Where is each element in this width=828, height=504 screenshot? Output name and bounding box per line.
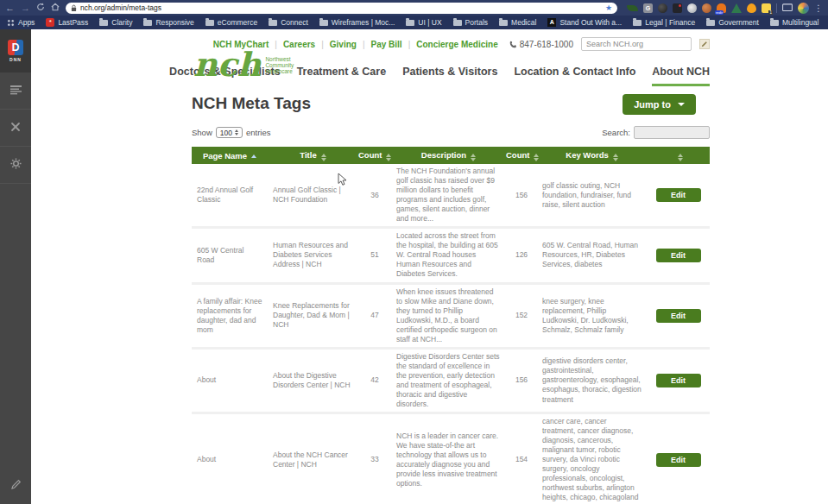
link-giving[interactable]: Giving	[315, 40, 357, 49]
cast-icon[interactable]	[782, 0, 793, 16]
reload-icon[interactable]	[36, 3, 45, 13]
folder-icon	[706, 20, 715, 26]
bookmark-folder-government[interactable]: Government	[706, 18, 759, 27]
bookmark-folder-ui-ux[interactable]: UI | UX	[406, 18, 441, 27]
column-header-actions[interactable]	[647, 147, 710, 164]
sort-icon	[534, 154, 539, 161]
nav-location-contact[interactable]: Location & Contact Info	[514, 66, 635, 86]
page-name-link[interactable]: A family affair: Knee replacements for d…	[192, 283, 268, 348]
nav-treatment-care[interactable]: Treatment & Care	[297, 66, 387, 86]
title-cell: About the NCH Cancer Center | NCH	[268, 413, 358, 504]
nav-patients-visitors[interactable]: Patients & Visitors	[402, 66, 497, 86]
dark-sphere-extension-icon[interactable]	[658, 3, 667, 13]
count-cell: 152	[506, 283, 537, 348]
description-cell: Located across the street from the hospi…	[391, 228, 506, 283]
sidebar-item-tools[interactable]	[0, 110, 31, 147]
page-name-link[interactable]: 605 W Central Road	[192, 228, 268, 283]
table-row: About About the Digestive Disorders Cent…	[192, 348, 710, 413]
edit-button[interactable]: Edit	[656, 309, 701, 323]
phone-number: 847-618-1000	[509, 40, 573, 49]
lastpass-icon: *	[46, 18, 54, 27]
title-row: NCH Meta Tags Jump to	[192, 94, 710, 115]
page-content: NCH MyChart Careers Giving Pay Bill Conc…	[31, 29, 828, 504]
sort-icon	[678, 154, 683, 161]
sort-icon	[613, 154, 618, 161]
table-row: A family affair: Knee replacements for d…	[192, 283, 710, 348]
sidebar-item-settings[interactable]	[0, 147, 31, 184]
title-cell: Human Resources and Diabetes Services Ad…	[268, 228, 358, 283]
count-cell: 36	[358, 164, 391, 228]
bookmark-folder-responsive[interactable]: Responsive	[143, 18, 193, 27]
description-cell: When knee issues threatened to slow Mike…	[391, 283, 506, 348]
jump-to-button[interactable]: Jump to	[623, 94, 696, 115]
back-icon[interactable]: ←	[5, 3, 15, 13]
table-row: About About the NCH Cancer Center | NCH …	[192, 413, 710, 504]
bookmark-folder-portals[interactable]: Portals	[453, 18, 488, 27]
bookmark-folder-multilingual[interactable]: Multilingual	[770, 18, 819, 27]
count-cell: 126	[506, 228, 537, 283]
page-name-link[interactable]: About	[192, 413, 268, 504]
browser-menu-icon[interactable]: ⋮	[814, 3, 823, 13]
toolbar-divider	[776, 3, 777, 13]
dnn-logo-button[interactable]: D DNN	[0, 29, 31, 72]
edit-button[interactable]: Edit	[656, 249, 701, 262]
notes-extension-icon[interactable]: 1	[762, 3, 771, 13]
page-size-select[interactable]: 100	[216, 127, 243, 138]
sidebar-item-content[interactable]	[0, 72, 31, 110]
bookmark-folder-ecommerce[interactable]: eCommerce	[205, 18, 257, 27]
table-controls: Show 100 entries Search:	[192, 126, 710, 139]
nch-logo[interactable]: nch Northwest Community Healthcare	[193, 52, 294, 78]
link-pay-bill[interactable]: Pay Bill	[357, 40, 402, 49]
egg-extension-icon[interactable]	[747, 3, 756, 13]
bookmark-folder-clarity[interactable]: Clarity	[99, 18, 132, 27]
g-extension-icon[interactable]: G	[643, 3, 653, 13]
folder-icon	[770, 20, 779, 26]
swirl-extension-icon[interactable]	[687, 3, 697, 13]
column-header-title[interactable]: Title	[268, 147, 358, 164]
tree-extension-icon[interactable]	[731, 3, 742, 13]
title-cell: About the Digestive Disorders Center | N…	[268, 348, 358, 413]
nav-about-nch[interactable]: About NCH	[652, 66, 710, 86]
bookmark-star-icon[interactable]: ★	[605, 3, 612, 12]
bookmark-apps[interactable]: Apps	[7, 18, 35, 27]
bookmark-folder-wireframes[interactable]: Wireframes | Moc...	[319, 18, 395, 27]
forward-icon[interactable]: →	[21, 3, 30, 13]
link-careers[interactable]: Careers	[269, 40, 315, 49]
recorder-extension-icon[interactable]	[673, 3, 682, 13]
link-concierge-medicine[interactable]: Concierge Medicine	[402, 40, 498, 49]
edit-mode-button[interactable]	[0, 478, 31, 494]
home-icon[interactable]	[51, 3, 60, 13]
column-header-description[interactable]: Description	[391, 147, 506, 164]
column-header-keywords[interactable]: Key Words	[537, 147, 647, 164]
description-cell: Digestive Disorders Center sets the stan…	[391, 348, 506, 413]
bookmark-lastpass[interactable]: *LastPass	[46, 18, 88, 27]
count-cell: 47	[358, 283, 391, 348]
edit-button[interactable]: Edit	[656, 374, 701, 387]
address-bar[interactable]: nch.org/admin/meta-tags ★	[66, 3, 617, 14]
meta-tags-table: Page Name Title Count Description Count …	[192, 147, 710, 504]
folder-icon	[143, 20, 152, 26]
bookmark-stand-out[interactable]: AStand Out With a...	[547, 18, 622, 27]
folder-icon	[406, 20, 414, 26]
pencil-icon	[10, 478, 22, 494]
profile-avatar[interactable]	[798, 3, 809, 14]
bookmark-folder-connect[interactable]: Connect	[269, 18, 308, 27]
redirect-extension-icon[interactable]: redir	[717, 3, 726, 13]
bookmark-folder-medical[interactable]: Medical	[499, 18, 536, 27]
page-name-link[interactable]: About	[192, 348, 268, 413]
sort-icon	[386, 154, 391, 161]
column-header-page-name[interactable]: Page Name	[192, 147, 268, 164]
site-search-input[interactable]	[581, 37, 692, 51]
keywords-cell: golf classic outing, NCH foundation, fun…	[537, 164, 647, 228]
edit-button[interactable]: Edit	[656, 453, 701, 467]
page-name-link[interactable]: 22nd Annual Golf Classic	[192, 164, 268, 228]
column-header-count[interactable]: Count	[358, 147, 391, 164]
globe-extension-icon[interactable]	[702, 3, 711, 13]
column-header-count2[interactable]: Count	[506, 147, 537, 164]
bookmark-folder-legal[interactable]: Legal | Finance	[633, 18, 695, 27]
edit-button[interactable]: Edit	[656, 188, 701, 202]
grammar-pencil-icon[interactable]	[699, 39, 710, 49]
dnn-logo-icon: D	[8, 40, 23, 55]
table-search-input[interactable]	[634, 126, 710, 139]
leaf-extension-icon[interactable]	[627, 5, 638, 11]
